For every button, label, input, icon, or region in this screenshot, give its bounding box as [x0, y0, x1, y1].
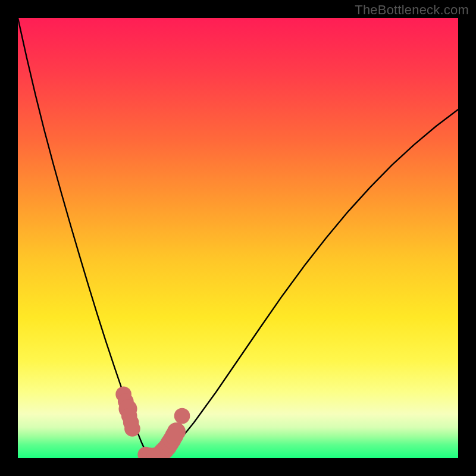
- chart-svg: [18, 18, 458, 458]
- data-point-marker: [174, 408, 190, 424]
- data-point-marker: [124, 421, 140, 437]
- chart-frame: TheBottleneck.com: [0, 0, 476, 476]
- marker-group: [115, 386, 190, 458]
- bottleneck-curve: [18, 18, 458, 458]
- data-point-marker: [167, 422, 186, 441]
- plot-area: [18, 18, 458, 458]
- watermark-text: TheBottleneck.com: [355, 2, 469, 18]
